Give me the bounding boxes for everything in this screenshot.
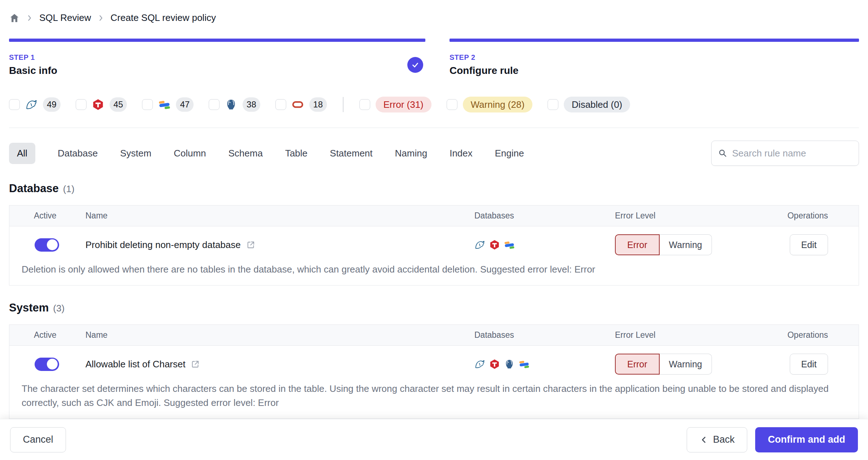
error-level-button[interactable]: Error [615,234,660,255]
cancel-button[interactable]: Cancel [10,427,66,452]
tidb-count-badge: 45 [110,97,127,112]
back-button[interactable]: Back [687,427,747,452]
filter-level-warning[interactable]: Warning (28) [447,97,532,112]
tab-system[interactable]: System [120,148,151,159]
rule-name: Allowable list of Charset [85,359,185,370]
error-filter-checkbox[interactable] [359,99,370,110]
disabled-level-pill: Disabled (0) [564,97,630,112]
filter-divider [343,97,344,112]
tab-index[interactable]: Index [449,148,473,159]
wizard-steps: STEP 1 Basic info STEP 2 Configure rule [9,39,859,76]
col-operations: Operations [776,211,859,221]
error-level-button[interactable]: Error [615,354,660,375]
step-1-label: STEP 1 [9,53,57,62]
filter-engine-mysql[interactable]: 49 [9,97,61,112]
create-sql-review-policy-page: SQL Review Create SQL review policy STEP… [0,0,868,460]
mysql-filter-checkbox[interactable] [9,99,20,110]
col-name: Name [85,211,474,221]
database-section-count: (1) [63,183,75,195]
confirm-and-add-button[interactable]: Confirm and add [755,427,858,452]
oceanbase-icon [504,239,515,250]
col-name: Name [85,330,474,340]
step-1-basic-info[interactable]: STEP 1 Basic info [9,39,425,76]
tab-column[interactable]: Column [174,148,206,159]
system-section-count: (3) [53,303,65,314]
filter-level-error[interactable]: Error (31) [359,97,431,112]
col-databases: Databases [474,330,615,340]
search-icon [718,149,727,158]
col-active: Active [9,211,85,221]
breadcrumb-current: Create SQL review policy [111,12,216,23]
tab-naming[interactable]: Naming [395,148,428,159]
mysql-count-badge: 49 [43,97,61,112]
chevron-left-icon [699,435,709,444]
tab-engine[interactable]: Engine [495,148,524,159]
warning-level-pill: Warning (28) [463,97,532,112]
system-section-heading: System (3) [9,301,859,314]
tidb-icon [489,239,500,250]
system-section-title: System [9,301,49,314]
table-header: Active Name Databases Error Level Operat… [9,205,859,226]
system-rule-table: Active Name Databases Error Level Operat… [9,324,859,419]
oceanbase-icon [158,98,170,111]
table-row: Allowable list of Charset Error Warning … [9,346,859,375]
oceanbase-filter-checkbox[interactable] [142,99,153,110]
oracle-count-badge: 18 [309,97,327,112]
tab-database[interactable]: Database [58,148,98,159]
step-1-title: Basic info [9,65,57,76]
oracle-filter-checkbox[interactable] [275,99,286,110]
warning-filter-checkbox[interactable] [447,99,457,110]
mysql-icon [474,359,485,370]
mysql-icon [25,98,37,111]
rule-description: The character set determines which chara… [9,375,859,419]
warning-level-button[interactable]: Warning [660,234,712,255]
rule-database-icons [474,359,615,370]
postgres-icon [504,359,515,370]
oceanbase-icon [519,359,530,370]
rule-active-toggle[interactable] [35,238,59,252]
tab-table[interactable]: Table [285,148,307,159]
edit-button[interactable]: Edit [790,234,828,255]
chevron-right-icon [26,14,34,22]
table-header: Active Name Databases Error Level Operat… [9,325,859,346]
oceanbase-count-badge: 47 [176,97,194,112]
col-databases: Databases [474,211,615,221]
edit-button[interactable]: Edit [790,354,828,375]
step-2-title: Configure rule [449,65,518,76]
mysql-icon [474,239,485,250]
chevron-right-icon [97,14,105,22]
filter-level-disabled[interactable]: Disabled (0) [548,97,630,112]
external-link-icon[interactable] [190,359,200,369]
database-section-title: Database [9,182,59,195]
step-2-progress-bar [449,39,859,42]
rule-database-icons [474,239,615,250]
breadcrumb-sql-review[interactable]: SQL Review [39,12,91,23]
step-1-completed-check-icon [407,57,423,73]
postgres-count-badge: 38 [243,97,260,112]
search-rule-input[interactable] [732,148,852,159]
tab-schema[interactable]: Schema [229,148,263,159]
tab-statement[interactable]: Statement [330,148,373,159]
filter-engine-tidb[interactable]: 45 [76,97,127,112]
tab-all[interactable]: All [9,143,35,164]
postgres-filter-checkbox[interactable] [209,99,220,110]
warning-level-button[interactable]: Warning [660,354,712,375]
step-2-configure-rule[interactable]: STEP 2 Configure rule [449,39,859,76]
rule-active-toggle[interactable] [35,358,59,371]
database-rule-table: Active Name Databases Error Level Operat… [9,205,859,286]
tidb-icon [92,98,104,111]
step-1-progress-bar [9,39,425,42]
filter-engine-postgres[interactable]: 38 [209,97,260,112]
table-row: Prohibit deleting non-empty database Err… [9,226,859,255]
external-link-icon[interactable] [246,240,256,250]
footer-bar: Cancel Back Confirm and add [0,419,868,460]
tidb-filter-checkbox[interactable] [76,99,87,110]
disabled-filter-checkbox[interactable] [548,99,558,110]
breadcrumb: SQL Review Create SQL review policy [0,0,868,23]
col-error-level: Error Level [615,330,776,340]
postgres-icon [225,98,237,111]
filter-engine-oracle[interactable]: 18 [275,97,327,112]
search-rule-box [711,141,859,166]
filter-engine-oceanbase[interactable]: 47 [142,97,194,112]
home-icon[interactable] [9,13,20,23]
